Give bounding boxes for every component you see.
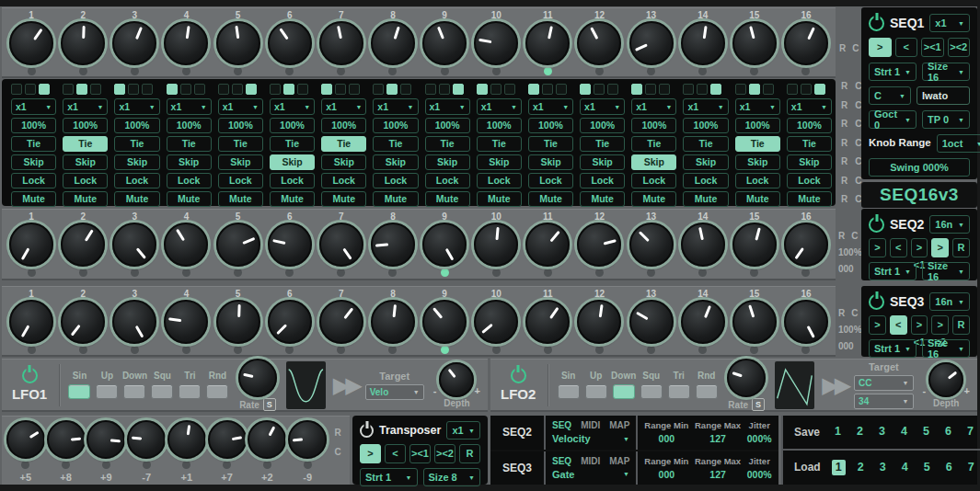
direction-button[interactable]: R bbox=[459, 444, 480, 463]
direction-button[interactable]: ><1 bbox=[921, 38, 944, 57]
lock-button[interactable]: Lock bbox=[787, 173, 832, 188]
led-indicator[interactable] bbox=[556, 84, 567, 95]
rate-select[interactable]: x1▼ bbox=[929, 14, 970, 32]
probability-button[interactable]: 100% bbox=[11, 118, 56, 133]
mute-button[interactable]: Mute bbox=[270, 191, 315, 207]
tab-seq[interactable]: SEQ bbox=[552, 456, 571, 466]
power-icon[interactable] bbox=[22, 368, 38, 383]
led-indicator[interactable] bbox=[710, 84, 721, 95]
global-octave-select[interactable]: Goct 0▼ bbox=[869, 110, 917, 129]
step-knob[interactable] bbox=[525, 21, 570, 65]
mute-button[interactable]: Mute bbox=[218, 191, 263, 207]
mute-button[interactable]: Mute bbox=[787, 191, 832, 207]
step-knob[interactable] bbox=[422, 21, 467, 65]
skip-button[interactable]: Skip bbox=[735, 154, 780, 170]
mult-select[interactable]: x1▼ bbox=[167, 98, 212, 115]
direction-button[interactable]: R bbox=[952, 238, 970, 257]
transpose-knob[interactable] bbox=[86, 420, 125, 459]
led-indicator[interactable] bbox=[386, 84, 398, 95]
step-knob[interactable] bbox=[784, 223, 828, 267]
tie-button[interactable]: Tie bbox=[528, 136, 573, 152]
step-knob[interactable] bbox=[422, 223, 467, 267]
save-slot-1[interactable]: 1 bbox=[831, 424, 845, 440]
step-knob[interactable] bbox=[525, 223, 570, 267]
led-indicator[interactable] bbox=[76, 84, 87, 95]
transpose-knob[interactable] bbox=[127, 420, 166, 459]
skip-button[interactable]: Skip bbox=[477, 154, 522, 170]
start-select[interactable]: Strt 1▼ bbox=[869, 262, 917, 280]
wave-squ-button[interactable] bbox=[640, 384, 663, 399]
direction-button[interactable]: ><2 bbox=[434, 444, 455, 463]
led-indicator[interactable] bbox=[39, 84, 50, 95]
led-indicator[interactable] bbox=[270, 84, 281, 95]
tie-button[interactable]: Tie bbox=[580, 136, 625, 152]
step-knob[interactable] bbox=[61, 21, 105, 65]
tie-button[interactable]: Tie bbox=[11, 136, 56, 152]
tie-button[interactable]: Tie bbox=[167, 136, 212, 152]
led-indicator[interactable] bbox=[194, 84, 205, 95]
step-knob[interactable] bbox=[474, 300, 518, 344]
probability-button[interactable]: 100% bbox=[270, 118, 315, 133]
skip-button[interactable]: Skip bbox=[787, 154, 832, 170]
led-indicator[interactable] bbox=[167, 84, 178, 95]
step-knob[interactable] bbox=[319, 223, 363, 267]
load-slot-2[interactable]: 2 bbox=[854, 460, 868, 475]
step-knob[interactable] bbox=[9, 223, 53, 267]
direction-button[interactable]: < bbox=[890, 315, 907, 335]
led-indicator[interactable] bbox=[787, 84, 798, 95]
step-knob[interactable] bbox=[319, 21, 363, 65]
swing-button[interactable]: Swing 000% bbox=[869, 158, 970, 177]
step-knob[interactable] bbox=[371, 21, 415, 65]
led-indicator[interactable] bbox=[180, 84, 191, 95]
randomize-button[interactable]: R bbox=[841, 194, 847, 204]
tie-button[interactable]: Tie bbox=[631, 136, 676, 152]
wave-sin-button[interactable] bbox=[68, 384, 90, 399]
tie-button[interactable]: Tie bbox=[683, 136, 728, 152]
step-knob[interactable] bbox=[732, 21, 777, 65]
led-indicator[interactable] bbox=[528, 84, 539, 95]
skip-button[interactable]: Skip bbox=[114, 154, 159, 170]
lock-button[interactable]: Lock bbox=[321, 173, 366, 188]
mute-button[interactable]: Mute bbox=[580, 191, 625, 207]
save-slot-3[interactable]: 3 bbox=[875, 424, 889, 440]
step-knob[interactable] bbox=[112, 300, 156, 344]
mult-select[interactable]: x1▼ bbox=[477, 98, 522, 115]
tab-midi[interactable]: MIDI bbox=[581, 420, 600, 430]
load-slot-6[interactable]: 6 bbox=[942, 460, 956, 475]
lock-button[interactable]: Lock bbox=[683, 173, 728, 188]
led-indicator[interactable] bbox=[142, 84, 153, 95]
direction-button[interactable]: < bbox=[890, 238, 907, 257]
transpose-knob[interactable] bbox=[208, 420, 247, 459]
step-knob[interactable] bbox=[61, 300, 105, 344]
led-indicator[interactable] bbox=[697, 84, 708, 95]
led-indicator[interactable] bbox=[114, 84, 125, 95]
mute-button[interactable]: Mute bbox=[114, 191, 159, 207]
probability-button[interactable]: 100% bbox=[631, 118, 676, 133]
step-knob[interactable] bbox=[164, 223, 208, 267]
wave-up-button[interactable] bbox=[585, 384, 607, 399]
led-indicator[interactable] bbox=[749, 84, 760, 95]
step-knob[interactable] bbox=[629, 223, 674, 267]
step-knob[interactable] bbox=[577, 300, 621, 344]
map-param-select[interactable]: Velocity▼ bbox=[552, 433, 629, 444]
direction-button[interactable]: ><1 bbox=[911, 315, 928, 335]
direction-button[interactable]: R bbox=[952, 315, 970, 335]
wave-rnd-button[interactable] bbox=[206, 384, 228, 399]
randomize-button[interactable]: R bbox=[841, 138, 847, 148]
lock-button[interactable]: Lock bbox=[425, 173, 470, 188]
lfo-target-select[interactable]: Velo▼ bbox=[365, 384, 424, 400]
led-indicator[interactable] bbox=[11, 84, 22, 95]
mute-button[interactable]: Mute bbox=[735, 191, 780, 207]
led-indicator[interactable] bbox=[542, 84, 553, 95]
mult-select[interactable]: x1▼ bbox=[270, 98, 315, 115]
led-indicator[interactable] bbox=[218, 84, 229, 95]
randomize-button[interactable]: R bbox=[838, 231, 845, 241]
lock-button[interactable]: Lock bbox=[63, 173, 108, 188]
direction-button[interactable]: ><2 bbox=[931, 315, 949, 335]
led-indicator[interactable] bbox=[321, 84, 332, 95]
step-knob[interactable] bbox=[525, 300, 570, 344]
led-indicator[interactable] bbox=[735, 84, 746, 95]
skip-button[interactable]: Skip bbox=[218, 154, 263, 170]
step-knob[interactable] bbox=[681, 300, 725, 344]
probability-button[interactable]: 100% bbox=[787, 118, 832, 133]
